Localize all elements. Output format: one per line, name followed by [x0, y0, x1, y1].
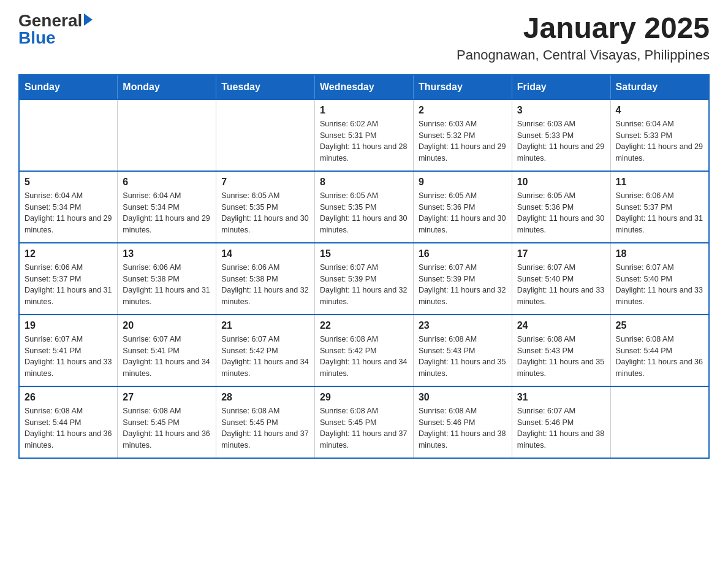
calendar-cell: 17Sunrise: 6:07 AMSunset: 5:40 PMDayligh… — [512, 243, 610, 315]
calendar-cell: 22Sunrise: 6:08 AMSunset: 5:42 PMDayligh… — [315, 315, 414, 386]
day-info: Sunrise: 6:06 AMSunset: 5:37 PMDaylight:… — [616, 190, 703, 236]
day-number: 31 — [517, 392, 605, 403]
day-number: 12 — [25, 248, 112, 259]
day-number: 7 — [221, 177, 309, 188]
calendar-cell — [610, 386, 709, 458]
calendar-day-header: Saturday — [610, 75, 709, 99]
day-info: Sunrise: 6:05 AMSunset: 5:35 PMDaylight:… — [320, 190, 408, 236]
day-info: Sunrise: 6:08 AMSunset: 5:42 PMDaylight:… — [320, 334, 408, 380]
day-number: 6 — [123, 177, 211, 188]
page-subtitle: Panognawan, Central Visayas, Philippines — [457, 47, 710, 63]
calendar-cell: 5Sunrise: 6:04 AMSunset: 5:34 PMDaylight… — [19, 171, 118, 243]
logo-general: General — [18, 12, 82, 29]
day-number: 3 — [517, 105, 605, 116]
logo-blue: Blue — [18, 29, 56, 47]
day-info: Sunrise: 6:07 AMSunset: 5:46 PMDaylight:… — [517, 405, 605, 451]
calendar-cell: 23Sunrise: 6:08 AMSunset: 5:43 PMDayligh… — [413, 315, 512, 386]
day-info: Sunrise: 6:03 AMSunset: 5:32 PMDaylight:… — [419, 118, 507, 164]
calendar-cell: 30Sunrise: 6:08 AMSunset: 5:46 PMDayligh… — [413, 386, 512, 458]
calendar-cell: 20Sunrise: 6:07 AMSunset: 5:41 PMDayligh… — [118, 315, 216, 386]
calendar-cell: 2Sunrise: 6:03 AMSunset: 5:32 PMDaylight… — [413, 99, 512, 171]
calendar-cell: 27Sunrise: 6:08 AMSunset: 5:45 PMDayligh… — [118, 386, 216, 458]
calendar-week-row: 12Sunrise: 6:06 AMSunset: 5:37 PMDayligh… — [19, 243, 709, 315]
day-number: 15 — [320, 248, 408, 259]
day-number: 30 — [419, 392, 507, 403]
calendar-cell — [19, 99, 118, 171]
day-info: Sunrise: 6:07 AMSunset: 5:40 PMDaylight:… — [616, 262, 703, 308]
day-number: 18 — [616, 248, 703, 259]
calendar-cell: 8Sunrise: 6:05 AMSunset: 5:35 PMDaylight… — [315, 171, 414, 243]
logo-arrow-icon — [84, 13, 93, 26]
calendar-week-row: 19Sunrise: 6:07 AMSunset: 5:41 PMDayligh… — [19, 315, 709, 386]
title-block: January 2025 Panognawan, Central Visayas… — [457, 12, 710, 63]
calendar-week-row: 1Sunrise: 6:02 AMSunset: 5:31 PMDaylight… — [19, 99, 709, 171]
day-number: 16 — [419, 248, 507, 259]
calendar-cell: 3Sunrise: 6:03 AMSunset: 5:33 PMDaylight… — [512, 99, 610, 171]
day-number: 8 — [320, 177, 408, 188]
day-info: Sunrise: 6:08 AMSunset: 5:45 PMDaylight:… — [221, 405, 309, 451]
day-number: 4 — [616, 105, 703, 116]
day-number: 17 — [517, 248, 605, 259]
day-info: Sunrise: 6:05 AMSunset: 5:36 PMDaylight:… — [517, 190, 605, 236]
calendar-cell: 4Sunrise: 6:04 AMSunset: 5:33 PMDaylight… — [610, 99, 709, 171]
calendar-cell: 13Sunrise: 6:06 AMSunset: 5:38 PMDayligh… — [118, 243, 216, 315]
day-info: Sunrise: 6:03 AMSunset: 5:33 PMDaylight:… — [517, 118, 605, 164]
calendar-cell: 6Sunrise: 6:04 AMSunset: 5:34 PMDaylight… — [118, 171, 216, 243]
calendar-week-row: 5Sunrise: 6:04 AMSunset: 5:34 PMDaylight… — [19, 171, 709, 243]
day-info: Sunrise: 6:06 AMSunset: 5:37 PMDaylight:… — [25, 262, 112, 308]
calendar-day-header: Tuesday — [216, 75, 315, 99]
day-info: Sunrise: 6:05 AMSunset: 5:35 PMDaylight:… — [221, 190, 309, 236]
day-info: Sunrise: 6:08 AMSunset: 5:45 PMDaylight:… — [320, 405, 408, 451]
calendar-cell: 10Sunrise: 6:05 AMSunset: 5:36 PMDayligh… — [512, 171, 610, 243]
calendar-day-header: Thursday — [413, 75, 512, 99]
day-info: Sunrise: 6:08 AMSunset: 5:44 PMDaylight:… — [616, 334, 703, 380]
day-number: 23 — [419, 320, 507, 331]
calendar-cell: 11Sunrise: 6:06 AMSunset: 5:37 PMDayligh… — [610, 171, 709, 243]
day-number: 2 — [419, 105, 507, 116]
calendar-cell: 29Sunrise: 6:08 AMSunset: 5:45 PMDayligh… — [315, 386, 414, 458]
calendar-cell: 12Sunrise: 6:06 AMSunset: 5:37 PMDayligh… — [19, 243, 118, 315]
day-number: 21 — [221, 320, 309, 331]
page-header: General Blue January 2025 Panognawan, Ce… — [18, 12, 710, 63]
calendar-day-header: Sunday — [19, 75, 118, 99]
calendar-cell: 16Sunrise: 6:07 AMSunset: 5:39 PMDayligh… — [413, 243, 512, 315]
day-number: 22 — [320, 320, 408, 331]
day-number: 11 — [616, 177, 703, 188]
day-number: 19 — [25, 320, 112, 331]
calendar-cell: 1Sunrise: 6:02 AMSunset: 5:31 PMDaylight… — [315, 99, 414, 171]
day-number: 29 — [320, 392, 408, 403]
calendar-day-header: Monday — [118, 75, 216, 99]
calendar-cell: 31Sunrise: 6:07 AMSunset: 5:46 PMDayligh… — [512, 386, 610, 458]
day-number: 24 — [517, 320, 605, 331]
day-info: Sunrise: 6:08 AMSunset: 5:43 PMDaylight:… — [419, 334, 507, 380]
day-info: Sunrise: 6:08 AMSunset: 5:46 PMDaylight:… — [419, 405, 507, 451]
day-info: Sunrise: 6:08 AMSunset: 5:45 PMDaylight:… — [123, 405, 211, 451]
day-info: Sunrise: 6:07 AMSunset: 5:41 PMDaylight:… — [25, 334, 112, 380]
day-info: Sunrise: 6:02 AMSunset: 5:31 PMDaylight:… — [320, 118, 408, 164]
day-number: 28 — [221, 392, 309, 403]
calendar-table: SundayMondayTuesdayWednesdayThursdayFrid… — [18, 74, 710, 459]
calendar-cell: 25Sunrise: 6:08 AMSunset: 5:44 PMDayligh… — [610, 315, 709, 386]
calendar-cell: 18Sunrise: 6:07 AMSunset: 5:40 PMDayligh… — [610, 243, 709, 315]
day-number: 13 — [123, 248, 211, 259]
day-info: Sunrise: 6:06 AMSunset: 5:38 PMDaylight:… — [123, 262, 211, 308]
day-info: Sunrise: 6:04 AMSunset: 5:34 PMDaylight:… — [25, 190, 112, 236]
day-info: Sunrise: 6:04 AMSunset: 5:34 PMDaylight:… — [123, 190, 211, 236]
day-number: 27 — [123, 392, 211, 403]
day-info: Sunrise: 6:06 AMSunset: 5:38 PMDaylight:… — [221, 262, 309, 308]
logo: General Blue — [18, 12, 93, 47]
calendar-cell: 26Sunrise: 6:08 AMSunset: 5:44 PMDayligh… — [19, 386, 118, 458]
day-info: Sunrise: 6:05 AMSunset: 5:36 PMDaylight:… — [419, 190, 507, 236]
calendar-cell: 7Sunrise: 6:05 AMSunset: 5:35 PMDaylight… — [216, 171, 315, 243]
page-title: January 2025 — [457, 12, 710, 45]
day-info: Sunrise: 6:04 AMSunset: 5:33 PMDaylight:… — [616, 118, 703, 164]
day-number: 5 — [25, 177, 112, 188]
calendar-cell: 15Sunrise: 6:07 AMSunset: 5:39 PMDayligh… — [315, 243, 414, 315]
day-number: 9 — [419, 177, 507, 188]
day-info: Sunrise: 6:07 AMSunset: 5:41 PMDaylight:… — [123, 334, 211, 380]
calendar-cell: 14Sunrise: 6:06 AMSunset: 5:38 PMDayligh… — [216, 243, 315, 315]
calendar-cell: 9Sunrise: 6:05 AMSunset: 5:36 PMDaylight… — [413, 171, 512, 243]
calendar-day-header: Friday — [512, 75, 610, 99]
calendar-cell: 28Sunrise: 6:08 AMSunset: 5:45 PMDayligh… — [216, 386, 315, 458]
day-number: 20 — [123, 320, 211, 331]
